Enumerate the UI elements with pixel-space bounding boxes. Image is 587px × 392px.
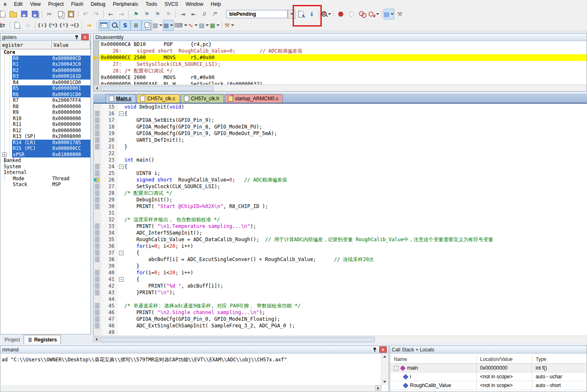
- kill-all-breakpoints-button[interactable]: ✗: [368, 9, 380, 19]
- outdent-button[interactable]: ⇤: [188, 9, 199, 19]
- coverage-gutter[interactable]: [94, 104, 101, 110]
- register-row-r15pc[interactable]: R15 (PC)0x000000CC: [0, 145, 90, 152]
- coverage-gutter[interactable]: [94, 256, 101, 263]
- show-next-statement-button[interactable]: ⇒: [84, 20, 95, 31]
- menu-item-peripherals[interactable]: Peripherals: [109, 0, 142, 8]
- undo-button[interactable]: ↶: [80, 9, 91, 19]
- bookmark-prev-button[interactable]: ⚑: [141, 9, 152, 19]
- coverage-gutter[interactable]: [94, 302, 101, 309]
- close-icon[interactable]: x: [379, 346, 387, 353]
- code-line-40[interactable]: 40 for(i=0; i<20; i++): [94, 269, 587, 276]
- register-row-mode[interactable]: ModeThread: [0, 176, 90, 182]
- fold-gutter[interactable]: [118, 236, 124, 243]
- register-row-r0[interactable]: R00x000000CD: [0, 56, 90, 62]
- expand-icon[interactable]: -: [394, 366, 398, 370]
- code-line-28[interactable]: 28/* 配置串口调试 */: [94, 190, 587, 196]
- fold-gutter[interactable]: [118, 296, 124, 302]
- tab-main-c[interactable]: Main.c: [106, 94, 136, 103]
- coverage-gutter[interactable]: [94, 263, 101, 269]
- register-row-r12[interactable]: R120x00000000: [0, 128, 90, 134]
- kill-all-breakpoints-button-caret[interactable]: [376, 13, 379, 15]
- coverage-gutter[interactable]: [94, 316, 101, 322]
- fold-gutter[interactable]: [118, 269, 124, 276]
- register-row-r14lr[interactable]: R14 (LR)0x00001785: [0, 140, 90, 146]
- watch-window-dropdown-caret[interactable]: [159, 24, 163, 26]
- code-line-22[interactable]: 22: [94, 150, 587, 157]
- coverage-gutter[interactable]: [94, 170, 101, 177]
- code-line-47[interactable]: 47 GPIOA_ModeCfg(GPIO_Pin_0, GPIO_ModeIN…: [94, 316, 587, 322]
- coverage-gutter[interactable]: [94, 283, 101, 289]
- menu-item-view[interactable]: View: [26, 0, 44, 8]
- fold-gutter[interactable]: [118, 196, 124, 203]
- coverage-gutter[interactable]: [94, 123, 101, 130]
- column-header-type[interactable]: Type: [532, 355, 586, 363]
- coverage-gutter[interactable]: [94, 230, 101, 236]
- register-row-internal[interactable]: Internal: [0, 169, 90, 176]
- menu-item-project[interactable]: Project: [44, 0, 67, 8]
- fold-gutter[interactable]: [118, 177, 124, 183]
- translate-file-button[interactable]: ✎: [296, 9, 306, 19]
- code-line-41[interactable]: 41− {: [94, 276, 587, 283]
- code-line-48[interactable]: 48 ADC_ExtSingleChSampInit( SampleFreq_3…: [94, 322, 587, 329]
- fold-gutter[interactable]: [118, 137, 124, 143]
- fold-gutter[interactable]: [118, 283, 124, 289]
- register-row-r3[interactable]: R30x0000181D: [0, 73, 90, 80]
- command-hscrollbar[interactable]: [1, 385, 381, 391]
- debug-windows-layout-button-caret[interactable]: [391, 13, 394, 15]
- run-to-cursor-button[interactable]: →{}: [69, 20, 80, 31]
- command-window-toggle[interactable]: [98, 20, 109, 31]
- fold-gutter[interactable]: [118, 130, 124, 137]
- register-row-r6[interactable]: R60x00001CD0: [0, 92, 90, 98]
- code-editor[interactable]: 15void DebugInit(void)16−{17 GPIOA_SetBi…: [93, 104, 587, 336]
- code-line-33[interactable]: 33 PRINT( "\n1.Temperature sampling...\n…: [94, 223, 587, 230]
- register-column-header[interactable]: egister: [0, 41, 52, 49]
- code-line-19[interactable]: 19 GPIOA_ModeCfg(GPIO_Pin_9, GPIO_ModeOu…: [94, 130, 587, 137]
- fold-gutter[interactable]: [118, 289, 124, 296]
- coverage-gutter[interactable]: [94, 309, 101, 316]
- coverage-gutter[interactable]: [94, 329, 101, 336]
- fold-gutter[interactable]: [118, 302, 124, 309]
- fold-gutter[interactable]: [118, 230, 124, 236]
- analysis-window-dropdown[interactable]: ∿: [188, 20, 199, 31]
- disassembly-gutter[interactable]: [94, 41, 99, 86]
- menu-item-tools[interactable]: Tools: [142, 0, 161, 8]
- debug-toolbox-dropdown[interactable]: ⚒: [224, 20, 235, 31]
- fold-collapse-icon[interactable]: −: [119, 251, 124, 255]
- coverage-gutter[interactable]: [94, 216, 101, 223]
- coverage-gutter[interactable]: [94, 203, 101, 210]
- code-line-17[interactable]: 17 GPIOA_SetBits(GPIO_Pin_9);: [94, 117, 587, 123]
- register-row-r13sp[interactable]: R13 (SP)0x20008000: [0, 133, 90, 140]
- start-stop-debug-button[interactable]: d: [321, 9, 332, 19]
- code-line-34[interactable]: 34 ADC_InterTSSampInit();: [94, 230, 587, 236]
- navigate-back-button[interactable]: ←: [105, 9, 116, 19]
- register-row-r11[interactable]: R110x00000000: [0, 121, 90, 128]
- code-line-27[interactable]: 27 SetSysClock(CLK_SOURCE_LSI);: [94, 183, 587, 190]
- register-row-r4[interactable]: R40x00001CD0: [0, 80, 90, 86]
- fold-gutter[interactable]: [118, 256, 124, 263]
- value-column-header[interactable]: Value: [52, 41, 90, 49]
- open-file-button[interactable]: [8, 9, 19, 19]
- bookmark-toggle-button[interactable]: ⚑: [131, 9, 141, 19]
- stop-button[interactable]: ⊗: [22, 20, 33, 31]
- workspace-tab-registers[interactable]: ≣Registers: [24, 335, 61, 344]
- fold-gutter[interactable]: [118, 203, 124, 210]
- menu-item-flash[interactable]: Flash: [68, 0, 87, 8]
- disassembly-line[interactable]: 0x000000CA BD10 POP {r4,pc}: [99, 41, 587, 48]
- menu-item-window[interactable]: Window: [182, 0, 207, 8]
- uncomment-button[interactable]: /*: [210, 9, 221, 19]
- code-line-30[interactable]: 30 PRINT( "Start @ChipID=%02X\n", R8_CHI…: [94, 203, 587, 210]
- code-line-18[interactable]: 18 GPIOA_ModeCfg(GPIO_Pin_8, GPIO_ModeIN…: [94, 123, 587, 130]
- command-output[interactable]: ad "C:\\Users\\OWNER\\Desktop\\葵花宝典\\撰写\…: [1, 353, 381, 385]
- coverage-gutter[interactable]: [94, 190, 101, 196]
- code-line-26[interactable]: 26 signed short RoughCalib_Value=0; // A…: [94, 177, 587, 183]
- navigate-forward-button[interactable]: →: [116, 9, 127, 19]
- trace-window-dropdown[interactable]: ▤: [199, 20, 209, 31]
- code-line-43[interactable]: 43 }PRINT("\n");: [94, 289, 587, 296]
- menu-item-e[interactable]: e: [0, 0, 10, 8]
- code-line-29[interactable]: 29 DebugInit();: [94, 196, 587, 203]
- menu-item-svcs[interactable]: SVCS: [161, 0, 182, 8]
- coverage-gutter[interactable]: [94, 183, 101, 190]
- tab-ch57x-clk-h[interactable]: CH57x_clk.h: [181, 94, 224, 103]
- save-button[interactable]: [19, 9, 29, 19]
- fold-gutter[interactable]: [118, 157, 124, 163]
